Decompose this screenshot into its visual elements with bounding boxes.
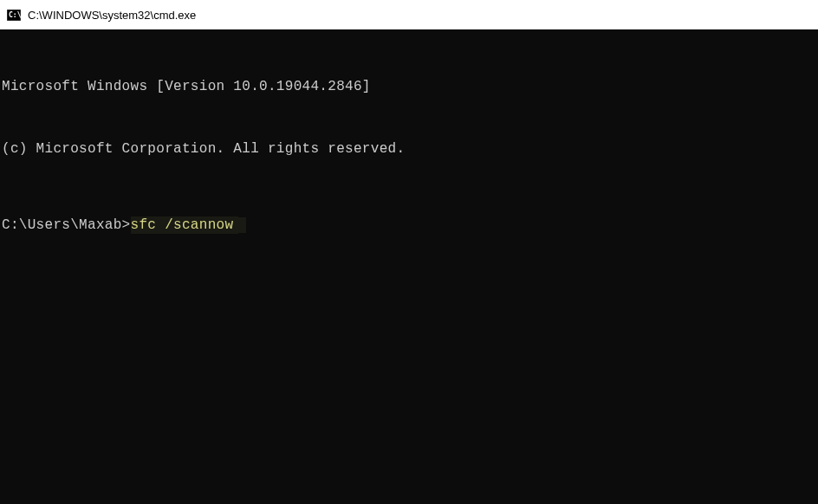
prompt-path: C:\Users\Maxab> — [2, 217, 131, 233]
cmd-icon: C:\ — [7, 9, 21, 21]
window-title: C:\WINDOWS\system32\cmd.exe — [28, 9, 196, 22]
svg-text:C:\: C:\ — [9, 11, 21, 19]
copyright-line: (c) Microsoft Corporation. All rights re… — [0, 139, 818, 159]
prompt-line: C:\Users\Maxab>sfc /scannow — [0, 215, 818, 236]
terminal-area[interactable]: Microsoft Windows [Version 10.0.19044.28… — [0, 29, 818, 256]
version-line: Microsoft Windows [Version 10.0.19044.28… — [0, 76, 818, 97]
titlebar[interactable]: C:\ C:\WINDOWS\system32\cmd.exe — [0, 0, 818, 29]
cursor — [238, 217, 246, 233]
command-input[interactable]: sfc /scannow — [131, 216, 239, 234]
